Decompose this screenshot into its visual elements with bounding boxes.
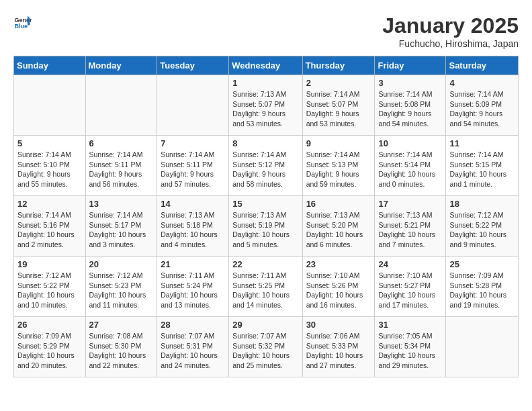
calendar-day-cell: 3Sunrise: 7:14 AM Sunset: 5:08 PM Daylig… bbox=[375, 75, 446, 136]
day-info: Sunrise: 7:14 AM Sunset: 5:10 PM Dayligh… bbox=[17, 150, 82, 189]
day-info: Sunrise: 7:14 AM Sunset: 5:15 PM Dayligh… bbox=[449, 150, 515, 189]
day-number: 20 bbox=[89, 259, 154, 269]
day-info: Sunrise: 7:09 AM Sunset: 5:28 PM Dayligh… bbox=[449, 271, 515, 310]
day-number: 8 bbox=[232, 138, 298, 148]
day-number: 7 bbox=[161, 138, 225, 148]
day-number: 16 bbox=[306, 199, 371, 209]
day-info: Sunrise: 7:07 AM Sunset: 5:31 PM Dayligh… bbox=[161, 331, 225, 371]
day-number: 3 bbox=[378, 78, 442, 88]
calendar-day-cell: 29Sunrise: 7:07 AM Sunset: 5:32 PM Dayli… bbox=[229, 317, 302, 377]
day-info: Sunrise: 7:14 AM Sunset: 5:07 PM Dayligh… bbox=[306, 89, 371, 129]
day-number: 26 bbox=[17, 320, 82, 330]
day-number: 13 bbox=[89, 199, 154, 209]
day-info: Sunrise: 7:14 AM Sunset: 5:16 PM Dayligh… bbox=[17, 210, 82, 250]
weekday-header: Wednesday bbox=[229, 56, 302, 75]
day-info: Sunrise: 7:14 AM Sunset: 5:12 PM Dayligh… bbox=[232, 150, 298, 189]
calendar-table: SundayMondayTuesdayWednesdayThursdayFrid… bbox=[13, 56, 519, 377]
logo-icon: General Blue bbox=[13, 13, 32, 32]
calendar-day-cell bbox=[14, 75, 86, 136]
day-info: Sunrise: 7:14 AM Sunset: 5:17 PM Dayligh… bbox=[89, 210, 154, 250]
day-info: Sunrise: 7:09 AM Sunset: 5:29 PM Dayligh… bbox=[17, 331, 82, 371]
calendar-day-cell: 19Sunrise: 7:12 AM Sunset: 5:22 PM Dayli… bbox=[14, 257, 86, 317]
calendar-header: SundayMondayTuesdayWednesdayThursdayFrid… bbox=[14, 56, 519, 75]
calendar-week-row: 5Sunrise: 7:14 AM Sunset: 5:10 PM Daylig… bbox=[14, 136, 519, 196]
page-header: General Blue January 2025 Fuchucho, Hiro… bbox=[13, 13, 519, 49]
weekday-header: Saturday bbox=[446, 56, 519, 75]
weekday-header: Tuesday bbox=[157, 56, 229, 75]
title-block: January 2025 Fuchucho, Hiroshima, Japan bbox=[382, 13, 519, 49]
day-number: 12 bbox=[17, 199, 82, 209]
weekday-header: Friday bbox=[375, 56, 446, 75]
weekday-header: Thursday bbox=[302, 56, 375, 75]
day-number: 19 bbox=[17, 259, 82, 269]
calendar-day-cell: 23Sunrise: 7:10 AM Sunset: 5:26 PM Dayli… bbox=[302, 257, 375, 317]
day-number: 2 bbox=[306, 78, 371, 88]
day-info: Sunrise: 7:14 AM Sunset: 5:11 PM Dayligh… bbox=[161, 150, 225, 189]
location: Fuchucho, Hiroshima, Japan bbox=[382, 38, 519, 49]
calendar-day-cell: 14Sunrise: 7:13 AM Sunset: 5:18 PM Dayli… bbox=[157, 196, 229, 257]
calendar-week-row: 26Sunrise: 7:09 AM Sunset: 5:29 PM Dayli… bbox=[14, 317, 519, 377]
calendar-day-cell: 7Sunrise: 7:14 AM Sunset: 5:11 PM Daylig… bbox=[157, 136, 229, 196]
calendar-day-cell: 22Sunrise: 7:11 AM Sunset: 5:25 PM Dayli… bbox=[229, 257, 302, 317]
day-number: 15 bbox=[232, 199, 298, 209]
calendar-day-cell: 16Sunrise: 7:13 AM Sunset: 5:20 PM Dayli… bbox=[302, 196, 375, 257]
calendar-day-cell: 17Sunrise: 7:13 AM Sunset: 5:21 PM Dayli… bbox=[375, 196, 446, 257]
day-number: 21 bbox=[161, 259, 225, 269]
day-info: Sunrise: 7:11 AM Sunset: 5:24 PM Dayligh… bbox=[161, 271, 225, 310]
calendar-day-cell: 21Sunrise: 7:11 AM Sunset: 5:24 PM Dayli… bbox=[157, 257, 229, 317]
day-number: 25 bbox=[449, 259, 515, 269]
calendar-day-cell: 13Sunrise: 7:14 AM Sunset: 5:17 PM Dayli… bbox=[85, 196, 157, 257]
calendar-day-cell: 26Sunrise: 7:09 AM Sunset: 5:29 PM Dayli… bbox=[14, 317, 86, 377]
month-title: January 2025 bbox=[382, 13, 519, 38]
day-number: 22 bbox=[232, 259, 298, 269]
calendar-day-cell: 9Sunrise: 7:14 AM Sunset: 5:13 PM Daylig… bbox=[302, 136, 375, 196]
weekday-header: Sunday bbox=[14, 56, 86, 75]
day-number: 11 bbox=[449, 138, 515, 148]
day-info: Sunrise: 7:11 AM Sunset: 5:25 PM Dayligh… bbox=[232, 271, 298, 310]
day-number: 1 bbox=[232, 78, 298, 88]
day-number: 9 bbox=[306, 138, 371, 148]
calendar-day-cell: 12Sunrise: 7:14 AM Sunset: 5:16 PM Dayli… bbox=[14, 196, 86, 257]
calendar-day-cell: 31Sunrise: 7:05 AM Sunset: 5:34 PM Dayli… bbox=[375, 317, 446, 377]
day-number: 30 bbox=[306, 320, 371, 330]
calendar-day-cell: 2Sunrise: 7:14 AM Sunset: 5:07 PM Daylig… bbox=[302, 75, 375, 136]
calendar-day-cell: 25Sunrise: 7:09 AM Sunset: 5:28 PM Dayli… bbox=[446, 257, 519, 317]
day-info: Sunrise: 7:14 AM Sunset: 5:09 PM Dayligh… bbox=[449, 89, 515, 129]
calendar-day-cell bbox=[157, 75, 229, 136]
calendar-day-cell: 10Sunrise: 7:14 AM Sunset: 5:14 PM Dayli… bbox=[375, 136, 446, 196]
day-info: Sunrise: 7:10 AM Sunset: 5:26 PM Dayligh… bbox=[306, 271, 371, 310]
day-number: 14 bbox=[161, 199, 225, 209]
day-info: Sunrise: 7:10 AM Sunset: 5:27 PM Dayligh… bbox=[378, 271, 442, 310]
calendar-day-cell bbox=[446, 317, 519, 377]
calendar-week-row: 12Sunrise: 7:14 AM Sunset: 5:16 PM Dayli… bbox=[14, 196, 519, 257]
day-number: 24 bbox=[378, 259, 442, 269]
calendar-day-cell: 24Sunrise: 7:10 AM Sunset: 5:27 PM Dayli… bbox=[375, 257, 446, 317]
day-info: Sunrise: 7:13 AM Sunset: 5:20 PM Dayligh… bbox=[306, 210, 371, 250]
calendar-day-cell: 6Sunrise: 7:14 AM Sunset: 5:11 PM Daylig… bbox=[85, 136, 157, 196]
day-info: Sunrise: 7:12 AM Sunset: 5:22 PM Dayligh… bbox=[449, 210, 515, 250]
calendar-day-cell: 27Sunrise: 7:08 AM Sunset: 5:30 PM Dayli… bbox=[85, 317, 157, 377]
day-number: 17 bbox=[378, 199, 442, 209]
day-number: 27 bbox=[89, 320, 154, 330]
calendar-day-cell: 5Sunrise: 7:14 AM Sunset: 5:10 PM Daylig… bbox=[14, 136, 86, 196]
logo: General Blue bbox=[13, 13, 32, 32]
day-info: Sunrise: 7:07 AM Sunset: 5:32 PM Dayligh… bbox=[232, 331, 298, 371]
day-info: Sunrise: 7:06 AM Sunset: 5:33 PM Dayligh… bbox=[306, 331, 371, 371]
day-info: Sunrise: 7:13 AM Sunset: 5:07 PM Dayligh… bbox=[232, 89, 298, 129]
day-info: Sunrise: 7:13 AM Sunset: 5:18 PM Dayligh… bbox=[161, 210, 225, 250]
day-info: Sunrise: 7:14 AM Sunset: 5:14 PM Dayligh… bbox=[378, 150, 442, 189]
day-info: Sunrise: 7:14 AM Sunset: 5:11 PM Dayligh… bbox=[89, 150, 154, 189]
calendar-day-cell: 8Sunrise: 7:14 AM Sunset: 5:12 PM Daylig… bbox=[229, 136, 302, 196]
day-number: 18 bbox=[449, 199, 515, 209]
calendar-day-cell: 15Sunrise: 7:13 AM Sunset: 5:19 PM Dayli… bbox=[229, 196, 302, 257]
day-info: Sunrise: 7:14 AM Sunset: 5:08 PM Dayligh… bbox=[378, 89, 442, 129]
day-info: Sunrise: 7:08 AM Sunset: 5:30 PM Dayligh… bbox=[89, 331, 154, 371]
calendar-day-cell bbox=[85, 75, 157, 136]
day-number: 23 bbox=[306, 259, 371, 269]
day-info: Sunrise: 7:12 AM Sunset: 5:22 PM Dayligh… bbox=[17, 271, 82, 310]
day-info: Sunrise: 7:14 AM Sunset: 5:13 PM Dayligh… bbox=[306, 150, 371, 189]
calendar-day-cell: 20Sunrise: 7:12 AM Sunset: 5:23 PM Dayli… bbox=[85, 257, 157, 317]
day-number: 5 bbox=[17, 138, 82, 148]
calendar-day-cell: 18Sunrise: 7:12 AM Sunset: 5:22 PM Dayli… bbox=[446, 196, 519, 257]
calendar-day-cell: 4Sunrise: 7:14 AM Sunset: 5:09 PM Daylig… bbox=[446, 75, 519, 136]
